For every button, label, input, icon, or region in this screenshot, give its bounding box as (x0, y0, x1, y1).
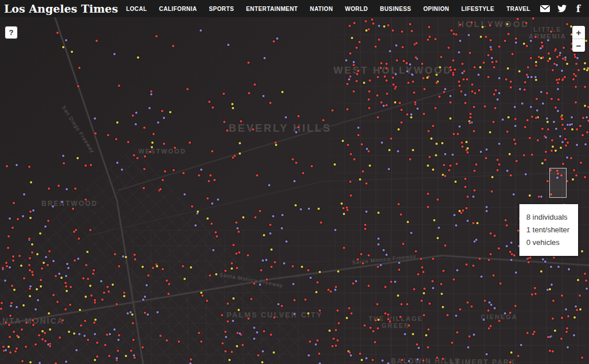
map-dot-red (378, 39, 380, 41)
map-dot-red (438, 95, 441, 98)
map-dot-purple (47, 343, 49, 346)
map-dot-yellow (236, 345, 238, 347)
map-dot-purple (309, 277, 312, 279)
map-dots-layer (0, 17, 589, 364)
map-dot-yellow (439, 66, 441, 68)
map-dot-red (106, 334, 108, 336)
map-dot-red (190, 358, 192, 361)
map-dot-yellow (315, 291, 318, 293)
help-button[interactable]: ? (5, 26, 18, 39)
map-dot-red (460, 90, 462, 93)
map-dot-red (236, 267, 238, 269)
map-dot-yellow (343, 213, 345, 215)
map-dot-red (490, 48, 492, 51)
nav-item-world[interactable]: WORLD (345, 6, 368, 12)
map-dot-purple (453, 214, 456, 216)
map-dot-red (231, 351, 233, 353)
map-dot-purple (586, 288, 588, 290)
map-dot-purple (546, 117, 548, 120)
map-dot-red (561, 118, 564, 120)
map-dot-purple (10, 305, 12, 307)
map-dot-red (561, 316, 563, 319)
map-dot-red (348, 307, 350, 309)
map-dot-red (273, 40, 275, 43)
map-dot-red (155, 263, 158, 266)
map-dot-red (529, 137, 531, 139)
map-canvas[interactable]: HOLLYWOODLITTLEARMENIAWEST HOLLYWOODBEVE… (0, 17, 589, 364)
mail-icon[interactable] (540, 4, 550, 13)
map-dot-red (464, 178, 466, 180)
nav-item-local[interactable]: LOCAL (126, 6, 147, 12)
hovered-cell-highlight[interactable] (549, 168, 567, 198)
nav-item-sports[interactable]: SPORTS (209, 6, 234, 12)
map-dot-red (216, 235, 218, 237)
facebook-icon[interactable]: f (573, 4, 583, 13)
map-dot-purple (142, 298, 144, 301)
map-label-village-green: THE VILLAGEGREEN (369, 315, 423, 329)
map-dot-red (397, 203, 400, 205)
map-dot-red (167, 293, 170, 295)
road-san-diego-freeway (116, 201, 144, 364)
nav-item-california[interactable]: CALIFORNIA (159, 6, 197, 12)
map-dot-red (449, 101, 452, 104)
map-dot-red (17, 218, 19, 220)
map-dot-yellow (17, 336, 20, 338)
la-times-logo[interactable]: Los Angeles Times (0, 2, 126, 15)
map-dot-red (174, 147, 176, 149)
nav-item-travel[interactable]: TRAVEL (506, 6, 530, 12)
map-dot-red (561, 317, 563, 319)
map-dot-yellow (215, 273, 217, 275)
map-dot-yellow (479, 66, 481, 68)
map-dot-red (523, 154, 525, 156)
map-dot-red (403, 60, 405, 62)
map-dot-purple (473, 334, 475, 336)
map-dot-red (507, 33, 510, 35)
map-dot-red (59, 336, 61, 339)
map-dot-red (12, 227, 14, 229)
nav-item-lifestyle[interactable]: LIFESTYLE (461, 6, 495, 12)
map-dot-red (107, 134, 109, 136)
map-dot-purple (455, 224, 457, 227)
map-dot-red (380, 62, 383, 64)
map-dot-red (547, 60, 549, 62)
map-dot-red (257, 354, 259, 357)
map-dot-yellow (334, 163, 336, 166)
map-dot-red (552, 317, 554, 320)
nav-item-opinion[interactable]: OPINION (423, 6, 449, 12)
zoom-out-button[interactable]: − (572, 39, 585, 52)
map-dot-red (206, 300, 208, 302)
map-dot-red (509, 361, 511, 363)
zoom-in-button[interactable]: + (572, 26, 585, 39)
map-dot-purple (491, 57, 493, 59)
map-dot-red (385, 63, 388, 65)
map-dot-yellow (388, 149, 391, 151)
map-dot-red (509, 312, 511, 314)
twitter-icon[interactable] (557, 4, 567, 13)
map-dot-yellow (49, 328, 51, 331)
nav-item-business[interactable]: BUSINESS (380, 6, 411, 12)
map-dot-red (6, 165, 8, 167)
map-dot-purple (502, 118, 504, 121)
map-dot-red (423, 288, 426, 290)
map-dot-red (427, 130, 430, 132)
map-dot-red (164, 170, 166, 173)
map-dot-yellow (585, 40, 587, 42)
map-dot-purple (559, 135, 561, 137)
map-dot-red (238, 231, 240, 233)
map-dot-red (108, 290, 110, 293)
nav-item-nation[interactable]: NATION (310, 6, 333, 12)
map-dot-red (471, 83, 473, 86)
map-dot-red (434, 38, 437, 40)
map-dot-red (152, 133, 155, 135)
map-dot-red (387, 24, 389, 26)
map-dot-red (359, 352, 361, 355)
map-dot-yellow (29, 217, 32, 219)
nav-item-entertainment[interactable]: ENTERTAINMENT (246, 6, 298, 12)
map-dot-purple (395, 73, 397, 75)
map-dot-yellow (554, 329, 556, 332)
map-dot-purple (227, 44, 230, 46)
map-dot-red (143, 168, 146, 170)
map-dot-red (455, 33, 457, 36)
map-dot-red (242, 344, 244, 346)
map-dot-red (13, 331, 15, 333)
